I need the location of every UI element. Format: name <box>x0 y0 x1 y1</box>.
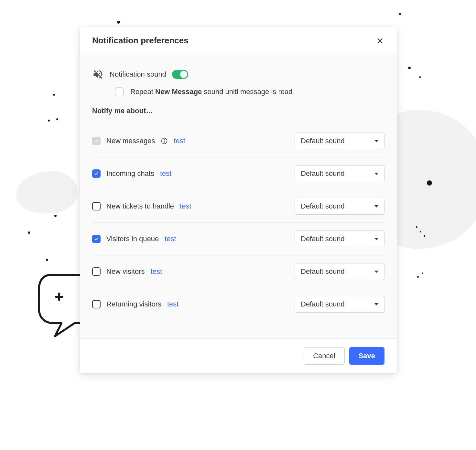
test-link[interactable]: test <box>167 300 178 308</box>
close-button[interactable] <box>375 36 384 45</box>
checkbox-visitors-queue[interactable] <box>92 235 101 243</box>
notif-row-new-visitors: New visitors test Default sound <box>92 255 384 288</box>
bg-dot <box>53 94 55 96</box>
check-icon <box>94 138 99 144</box>
modal-footer: Cancel Save <box>80 338 397 373</box>
cancel-button[interactable]: Cancel <box>304 347 344 365</box>
chevron-down-icon <box>374 173 378 175</box>
sound-select-label: Default sound <box>301 235 345 243</box>
row-label: Returning visitors <box>106 300 161 308</box>
save-button[interactable]: Save <box>349 347 384 365</box>
sound-select[interactable]: Default sound <box>295 230 384 247</box>
chevron-down-icon <box>374 205 378 208</box>
bg-dot <box>420 231 421 232</box>
bg-dot <box>56 118 58 120</box>
section-title: Notify me about… <box>92 107 384 115</box>
checkbox-new-messages <box>92 137 101 145</box>
repeat-checkbox[interactable] <box>115 87 124 96</box>
notif-row-new-tickets: New tickets to handle test Default sound <box>92 190 384 223</box>
bg-dot <box>28 231 30 234</box>
sound-toggle-row: Notification sound <box>92 69 384 80</box>
test-link[interactable]: test <box>180 202 191 210</box>
bg-dot <box>399 13 401 15</box>
sound-select-label: Default sound <box>301 267 345 276</box>
sound-select-label: Default sound <box>301 137 345 145</box>
sound-select-label: Default sound <box>301 300 345 308</box>
bg-dot <box>427 180 432 186</box>
notification-preferences-modal: Notification preferences Notification so… <box>80 27 397 373</box>
bg-dot <box>419 76 421 78</box>
modal-title: Notification preferences <box>92 36 189 46</box>
bg-dot <box>54 215 57 217</box>
check-icon <box>94 171 99 176</box>
sound-toggle-label: Notification sound <box>110 70 166 79</box>
test-link[interactable]: test <box>151 267 162 276</box>
repeat-label: Repeat New Message sound unitl message i… <box>130 88 292 96</box>
bg-dot <box>416 226 417 228</box>
bg-dot <box>48 120 50 122</box>
row-label: New tickets to handle <box>106 202 174 210</box>
bg-dot <box>417 276 419 278</box>
bg-blob <box>15 169 80 216</box>
bg-dot <box>422 273 423 274</box>
close-icon <box>376 37 384 44</box>
checkbox-new-tickets[interactable] <box>92 202 101 210</box>
modal-header: Notification preferences <box>80 27 397 54</box>
chevron-down-icon <box>374 140 378 142</box>
test-link[interactable]: test <box>174 137 185 145</box>
bg-dot <box>117 21 120 24</box>
checkbox-new-visitors[interactable] <box>92 267 101 276</box>
notif-row-returning-visitors: Returning visitors test Default sound <box>92 288 384 320</box>
notif-row-new-messages: New messages test Default sound <box>92 125 384 157</box>
sound-select[interactable]: Default sound <box>295 198 384 215</box>
sound-select[interactable]: Default sound <box>295 165 384 182</box>
sound-select[interactable]: Default sound <box>295 133 384 149</box>
volume-off-icon <box>92 69 104 80</box>
sound-select[interactable]: Default sound <box>295 296 384 313</box>
bg-dot <box>46 259 48 261</box>
repeat-row: Repeat New Message sound unitl message i… <box>115 87 384 96</box>
sound-select-label: Default sound <box>301 202 345 210</box>
toggle-knob <box>180 71 187 78</box>
check-icon <box>94 236 99 241</box>
checkbox-incoming-chats[interactable] <box>92 169 101 178</box>
modal-body: Notification sound Repeat New Message so… <box>80 54 397 338</box>
test-link[interactable]: test <box>160 169 171 178</box>
row-label: New visitors <box>106 267 145 276</box>
info-icon[interactable] <box>161 137 168 145</box>
notif-row-visitors-queue: Visitors in queue test Default sound <box>92 223 384 255</box>
svg-point-3 <box>164 139 165 140</box>
sound-select-label: Default sound <box>301 169 345 178</box>
bg-dot <box>408 67 411 69</box>
notif-row-incoming-chats: Incoming chats test Default sound <box>92 157 384 190</box>
row-label: Incoming chats <box>106 169 154 178</box>
chevron-down-icon <box>374 303 378 305</box>
sound-toggle[interactable] <box>172 70 188 79</box>
chevron-down-icon <box>374 271 378 273</box>
test-link[interactable]: test <box>165 235 176 243</box>
svg-rect-4 <box>164 141 165 143</box>
sound-select[interactable]: Default sound <box>295 263 384 280</box>
chevron-down-icon <box>374 238 378 240</box>
bg-dot <box>424 235 425 237</box>
row-label: New messages <box>106 137 155 145</box>
row-label: Visitors in queue <box>106 235 159 243</box>
checkbox-returning-visitors[interactable] <box>92 300 101 308</box>
